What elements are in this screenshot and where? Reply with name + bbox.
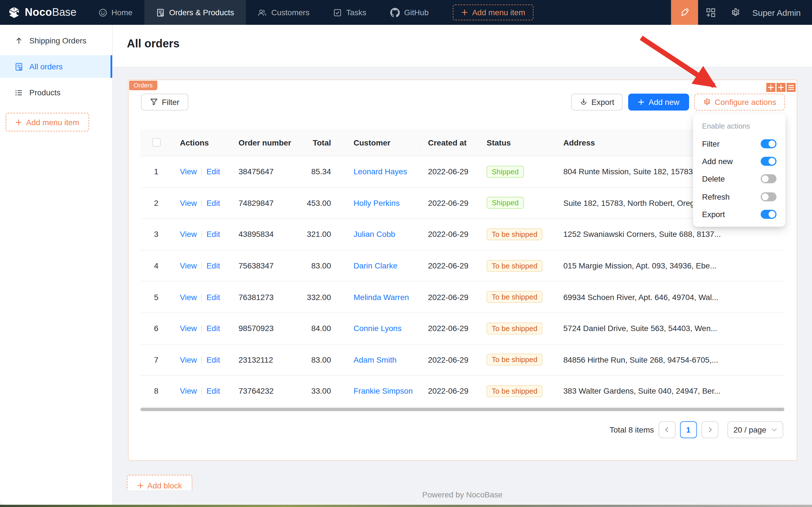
arrow-up-icon: [15, 36, 23, 45]
sidebar-add-menu-item-button[interactable]: Add menu item: [6, 113, 89, 131]
dropdown-toggle-row[interactable]: Refresh: [702, 188, 776, 206]
edit-link[interactable]: Edit: [207, 199, 220, 208]
edit-link[interactable]: Edit: [207, 324, 220, 333]
configure-actions-button[interactable]: Configure actions: [694, 94, 785, 111]
dropdown-items: Filter Add new Delete Refresh: [702, 135, 776, 223]
add-block-button[interactable]: Add block: [127, 475, 192, 490]
sidebar-item-shipping-orders[interactable]: Shipping Orders: [0, 29, 112, 52]
toggle-switch[interactable]: [761, 157, 776, 166]
customer-cell: Darin Clarke: [346, 261, 420, 270]
customer-link[interactable]: Melinda Warren: [354, 292, 409, 301]
view-link[interactable]: View: [180, 292, 197, 301]
plus-icon: [137, 482, 144, 489]
nav-add-menu-item-button[interactable]: Add menu item: [453, 4, 533, 20]
view-link[interactable]: View: [180, 167, 197, 176]
sidebar-item-label: All orders: [29, 62, 63, 71]
view-link[interactable]: View: [180, 355, 197, 364]
order-number-cell: 74829847: [231, 199, 303, 208]
view-link[interactable]: View: [180, 324, 197, 333]
user-menu[interactable]: Super Admin: [748, 0, 812, 25]
status-badge: To be shipped: [487, 228, 542, 240]
view-link[interactable]: View: [180, 387, 197, 396]
customer-cell: Melinda Warren: [346, 292, 420, 301]
select-all-checkbox[interactable]: [152, 138, 161, 147]
filter-button-label: Filter: [162, 98, 179, 107]
header-order-number: Order number: [231, 138, 303, 147]
add-block-icon[interactable]: [776, 83, 786, 92]
customer-link[interactable]: Frankie Simpson: [354, 387, 413, 396]
edit-link[interactable]: Edit: [207, 261, 220, 270]
edit-link[interactable]: Edit: [207, 355, 220, 364]
add-block-clip: Add block: [127, 475, 193, 490]
filter-button[interactable]: Filter: [141, 94, 188, 111]
link-divider: [201, 200, 202, 207]
sidebar-item-products[interactable]: Products: [0, 81, 112, 104]
dropdown-toggle-row[interactable]: Export: [702, 206, 776, 223]
customer-link[interactable]: Connie Lyons: [354, 324, 402, 333]
plugins-button[interactable]: [698, 0, 723, 25]
address-cell: 84856 Hirthe Run, Suite 268, 94754-6705,…: [556, 355, 785, 364]
dropdown-toggle-row[interactable]: Delete: [702, 170, 776, 188]
page-size-select[interactable]: 20 / page: [727, 421, 783, 438]
created-at-cell: 2022-06-29: [420, 292, 479, 301]
status-badge: To be shipped: [487, 385, 542, 397]
prev-page-button[interactable]: [658, 421, 675, 438]
table-horizontal-scrollbar[interactable]: [140, 408, 785, 411]
customer-cell: Leonard Hayes: [346, 167, 420, 176]
customer-link[interactable]: Julian Cobb: [354, 230, 395, 239]
nav-add-menu-item-label: Add menu item: [472, 8, 525, 17]
switch-knob: [768, 211, 775, 218]
dropdown-toggle-row[interactable]: Filter: [702, 135, 776, 153]
sidebar-item-all-orders[interactable]: All orders: [0, 55, 112, 78]
view-link[interactable]: View: [180, 230, 197, 239]
brand-light: Base: [52, 6, 77, 19]
edit-link[interactable]: Edit: [207, 387, 220, 396]
brand-bold: Noco: [25, 6, 52, 19]
toggle-switch[interactable]: [761, 139, 776, 148]
chevron-left-icon: [664, 427, 670, 433]
row-index: 2: [140, 199, 172, 208]
nav-item-github[interactable]: GitHub: [378, 0, 441, 25]
page-1-button[interactable]: 1: [680, 421, 697, 438]
toggle-switch[interactable]: [761, 210, 776, 219]
edit-link[interactable]: Edit: [207, 230, 220, 239]
pagination: Total 8 items 1 20 / page: [610, 421, 783, 438]
customer-link[interactable]: Adam Smith: [354, 355, 397, 364]
edit-link[interactable]: Edit: [207, 292, 220, 301]
block-menu-icon[interactable]: [787, 83, 796, 92]
export-button[interactable]: Export: [571, 94, 623, 111]
nav-item-orders-products[interactable]: Orders & Products: [144, 0, 246, 25]
table-body: 1 ViewEdit 38475647 85.34 Leonard Hayes …: [140, 156, 785, 407]
nav-item-customers[interactable]: Customers: [246, 0, 321, 25]
ui-editor-button[interactable]: [671, 0, 698, 25]
export-icon: [580, 98, 588, 106]
customer-link[interactable]: Holly Perkins: [354, 199, 400, 208]
edit-link[interactable]: Edit: [207, 167, 220, 176]
nocobase-logo[interactable]: NocoBase: [0, 0, 86, 25]
table-row: 6 ViewEdit 98570923 84.00 Connie Lyons 2…: [140, 313, 785, 344]
dropdown-toggle-row[interactable]: Add new: [702, 153, 776, 170]
smiley-icon: [98, 8, 107, 17]
nav-item-home[interactable]: Home: [86, 0, 144, 25]
block-collection-tag: Orders: [129, 81, 157, 90]
created-at-cell: 2022-06-29: [420, 167, 479, 176]
block-designer-toolbar: [766, 83, 796, 92]
created-at-cell: 2022-06-29: [420, 355, 479, 364]
address-cell: 015 Margie Mission, Apt. 093, 34936, Ebe…: [556, 261, 785, 270]
switch-knob: [762, 176, 768, 182]
address-cell: 1252 Swaniawski Corners, Suite 688, 8137…: [556, 230, 785, 239]
toggle-switch[interactable]: [761, 192, 776, 201]
toggle-switch[interactable]: [761, 175, 776, 183]
gear-icon: [703, 98, 711, 106]
drag-handle-icon[interactable]: [766, 83, 775, 92]
view-link[interactable]: View: [180, 199, 197, 208]
customer-link[interactable]: Leonard Hayes: [354, 167, 407, 176]
next-page-button[interactable]: [701, 421, 718, 438]
row-actions: ViewEdit: [172, 199, 231, 208]
view-link[interactable]: View: [180, 261, 197, 270]
total-cell: 83.00: [303, 355, 346, 364]
add-new-button[interactable]: Add new: [628, 94, 689, 111]
nav-item-tasks[interactable]: Tasks: [322, 0, 379, 25]
customer-link[interactable]: Darin Clarke: [354, 261, 398, 270]
settings-button[interactable]: [723, 0, 748, 25]
